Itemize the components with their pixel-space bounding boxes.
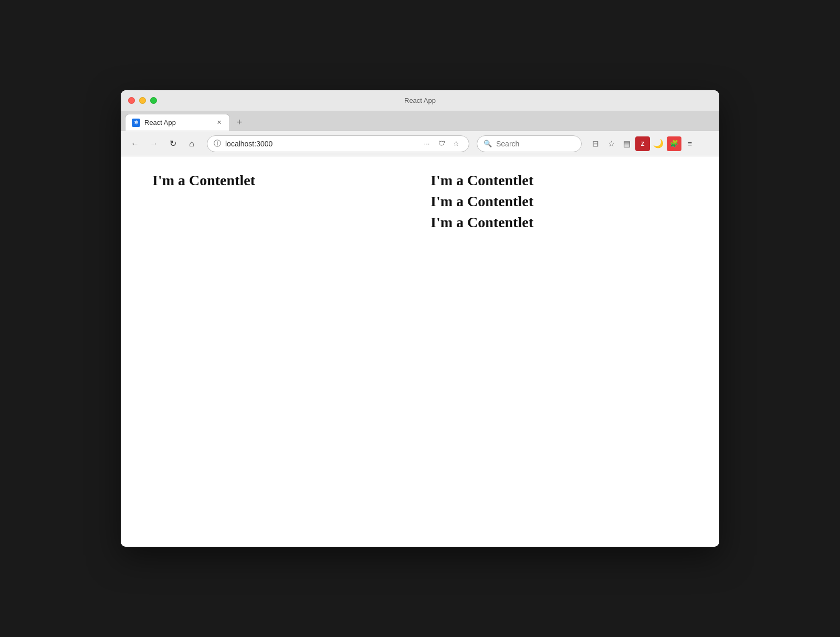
contentlet-right-2: I'm a Contentlet bbox=[430, 193, 688, 210]
tab-label: React App bbox=[144, 119, 211, 126]
nav-bar: ← → ↻ ⌂ ⓘ localhost:3000 ··· 🛡 ☆ 🔍 ⊟ ☆ ▤… bbox=[121, 131, 719, 156]
forward-button[interactable]: → bbox=[146, 136, 162, 152]
maximize-button[interactable] bbox=[150, 97, 157, 104]
search-icon: 🔍 bbox=[484, 140, 492, 147]
tab-close-button[interactable]: ✕ bbox=[215, 119, 223, 127]
left-column: I'm a Contentlet bbox=[142, 167, 420, 536]
library-icon[interactable]: ▤ bbox=[620, 136, 634, 151]
zotero-icon[interactable]: Z bbox=[635, 136, 650, 151]
extensions-icon[interactable]: 🧩 bbox=[667, 136, 681, 151]
search-input[interactable] bbox=[496, 140, 564, 148]
window-title: React App bbox=[404, 97, 436, 104]
contentlet-right-1: I'm a Contentlet bbox=[430, 172, 688, 189]
address-bar[interactable]: ⓘ localhost:3000 ··· 🛡 ☆ bbox=[207, 135, 469, 152]
contentlet-left: I'm a Contentlet bbox=[152, 172, 410, 189]
toolbar-icons: ⊟ ☆ ▤ Z 🌙 🧩 ≡ bbox=[588, 136, 697, 151]
dark-mode-icon[interactable]: 🌙 bbox=[651, 136, 666, 151]
address-actions: ··· 🛡 ☆ bbox=[421, 137, 463, 150]
minimize-button[interactable] bbox=[139, 97, 146, 104]
page-content: I'm a Contentlet I'm a Contentlet I'm a … bbox=[121, 156, 719, 547]
browser-window: React App ⚛ React App ✕ + ← → ↻ ⌂ ⓘ loca… bbox=[121, 90, 719, 547]
url-display: localhost:3000 bbox=[225, 140, 416, 148]
info-icon: ⓘ bbox=[214, 139, 221, 148]
back-button[interactable]: ← bbox=[127, 136, 143, 152]
reload-button[interactable]: ↻ bbox=[165, 136, 181, 152]
menu-icon[interactable]: ≡ bbox=[682, 136, 697, 151]
active-tab[interactable]: ⚛ React App ✕ bbox=[125, 114, 230, 131]
search-bar[interactable]: 🔍 bbox=[477, 135, 582, 152]
contentlet-right-3: I'm a Contentlet bbox=[430, 214, 688, 231]
close-button[interactable] bbox=[128, 97, 135, 104]
new-tab-button[interactable]: + bbox=[232, 115, 247, 130]
pocket-icon[interactable]: 🛡 bbox=[435, 137, 448, 150]
url-text: localhost:3000 bbox=[225, 140, 272, 148]
tab-favicon: ⚛ bbox=[132, 119, 140, 127]
tab-bar: ⚛ React App ✕ + bbox=[121, 111, 719, 131]
sidebar-toggle-icon[interactable]: ⊟ bbox=[588, 136, 603, 151]
right-column: I'm a Contentlet I'm a Contentlet I'm a … bbox=[420, 167, 698, 536]
bookmarks-icon[interactable]: ☆ bbox=[604, 136, 618, 151]
title-bar: React App bbox=[121, 90, 719, 111]
traffic-lights bbox=[128, 97, 157, 104]
more-options-button[interactable]: ··· bbox=[421, 137, 433, 150]
home-button[interactable]: ⌂ bbox=[184, 136, 200, 152]
bookmark-star-icon[interactable]: ☆ bbox=[450, 137, 463, 150]
